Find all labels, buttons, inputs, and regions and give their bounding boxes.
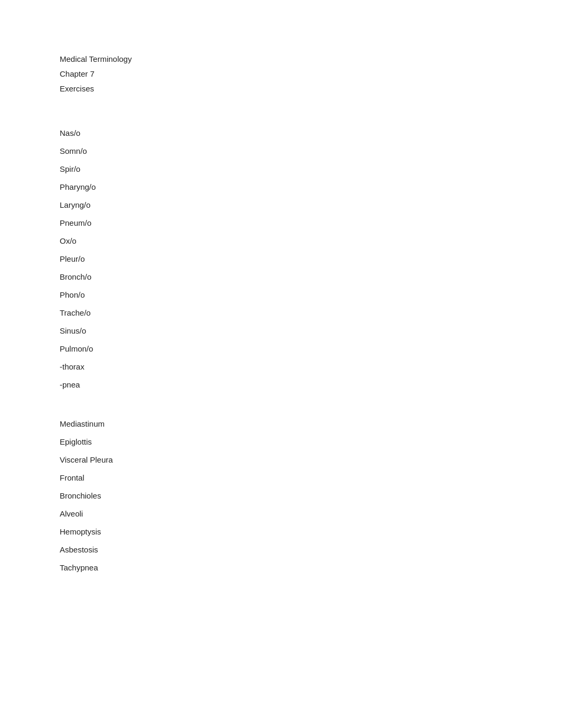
anatomy-term-item: Asbestosis bbox=[60, 543, 370, 556]
anatomy-section: MediastinumEpiglottisVisceral PleuraFron… bbox=[60, 418, 370, 574]
combining-form-item: Pharyng/o bbox=[60, 181, 370, 193]
combining-form-item: Trache/o bbox=[60, 307, 370, 319]
anatomy-term-item: Frontal bbox=[60, 472, 370, 484]
combining-form-item: Phon/o bbox=[60, 289, 370, 301]
combining-form-item: Bronch/o bbox=[60, 271, 370, 283]
combining-form-item: Sinus/o bbox=[60, 325, 370, 337]
anatomy-term-item: Alveoli bbox=[60, 508, 370, 520]
combining-form-item: -pnea bbox=[60, 379, 370, 391]
anatomy-term-item: Tachypnea bbox=[60, 561, 370, 574]
combining-form-item: Pleur/o bbox=[60, 253, 370, 265]
header-chapter: Chapter 7 bbox=[60, 68, 370, 80]
anatomy-term-item: Bronchioles bbox=[60, 490, 370, 502]
combining-form-item: Spir/o bbox=[60, 163, 370, 176]
anatomy-term-item: Hemoptysis bbox=[60, 526, 370, 538]
combining-form-item: Pneum/o bbox=[60, 217, 370, 229]
anatomy-term-item: Mediastinum bbox=[60, 418, 370, 430]
header-exercises: Exercises bbox=[60, 82, 370, 95]
combining-form-item: Pulmon/o bbox=[60, 343, 370, 355]
combining-form-item: -thorax bbox=[60, 361, 370, 373]
combining-form-item: Ox/o bbox=[60, 235, 370, 247]
anatomy-term-item: Epiglottis bbox=[60, 436, 370, 448]
combining-form-item: Nas/o bbox=[60, 127, 370, 140]
combining-forms-section: Nas/oSomn/oSpir/oPharyng/oLaryng/oPneum/… bbox=[60, 127, 370, 391]
combining-form-item: Somn/o bbox=[60, 145, 370, 158]
combining-form-item: Laryng/o bbox=[60, 199, 370, 211]
header-title: Medical Terminology bbox=[60, 53, 370, 66]
anatomy-term-item: Visceral Pleura bbox=[60, 454, 370, 466]
header-section: Medical Terminology Chapter 7 Exercises bbox=[60, 53, 370, 95]
page-container: Medical Terminology Chapter 7 Exercises … bbox=[0, 0, 370, 622]
